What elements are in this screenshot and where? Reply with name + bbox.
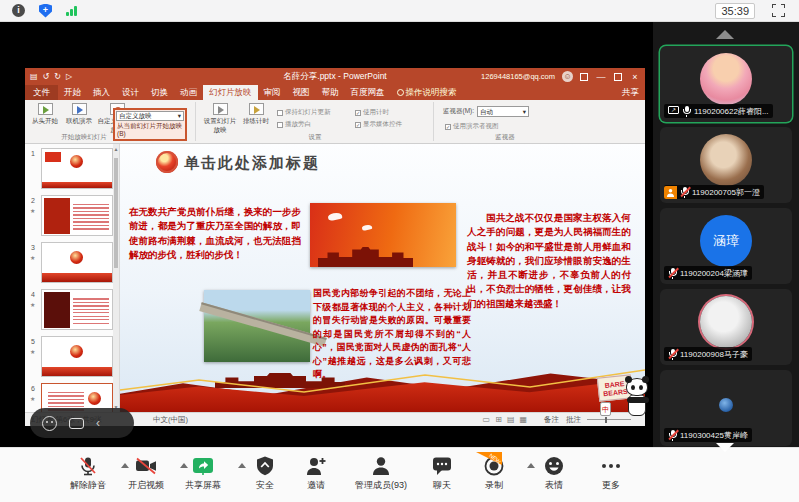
- ppt-ribbon: 从头开始 联机演示 自定义幻灯片放映 开始放映幻灯片 自定义放映▾ 从当前幻灯片…: [25, 100, 645, 144]
- slide-number: 1: [31, 150, 35, 157]
- reading-view-icon[interactable]: ▤: [507, 415, 515, 424]
- avatar: 涵璋: [700, 215, 752, 267]
- checkbox-presenter-view[interactable]: ✓: [445, 124, 451, 130]
- meeting-duration: 35:39: [715, 3, 755, 19]
- tab-animations[interactable]: 动画: [174, 85, 203, 100]
- group-monitor-label: 监视器: [465, 133, 545, 142]
- present-online-button[interactable]: 联机演示: [63, 103, 95, 126]
- notes-toggle[interactable]: 备注: [544, 415, 559, 425]
- emoji-reaction-icon[interactable]: [42, 416, 57, 431]
- dropdown-caret-icon: ▾: [178, 112, 181, 120]
- participant-tile[interactable]: 1190300425黄岸峰: [660, 370, 792, 446]
- tab-slideshow[interactable]: 幻灯片放映: [203, 85, 258, 100]
- custom-show-dropdown[interactable]: 自定义放映▾ 从当前幻灯片开始放映(B): [113, 108, 187, 141]
- tab-view[interactable]: 视图: [287, 85, 316, 100]
- mahjong-tile: 中: [600, 402, 611, 416]
- mic-muted-icon: [77, 455, 99, 477]
- slide-canvas[interactable]: 单击此处添加标题 在无数共产党员前仆后继，换来的一步步前进，都是为了重庆乃至全国…: [120, 144, 645, 412]
- more-button[interactable]: 更多: [575, 455, 647, 492]
- participant-tile[interactable]: 涵璋 1190200204梁涵璋: [660, 208, 792, 284]
- mic-muted-icon: [668, 430, 677, 441]
- slide-thumbnail-1[interactable]: [41, 148, 113, 189]
- slide-text-left[interactable]: 在无数共产党员前仆后继，换来的一步步前进，都是为了重庆乃至全国的解放，即使前路布…: [129, 205, 301, 262]
- slide-text-right[interactable]: 国共之战不仅仅是国家主权落入何人之手的问题，更是为人民祸福而生的战斗！如今的和平…: [467, 211, 631, 311]
- shield-icon[interactable]: +: [39, 4, 52, 18]
- quick-chat-icon[interactable]: [69, 418, 84, 429]
- share-button[interactable]: 共享: [622, 85, 639, 100]
- panda-body: [628, 394, 646, 416]
- language-status[interactable]: 中文(中国): [153, 415, 188, 425]
- hover-highlight-label: 从当前幻灯片开始放映(B): [116, 121, 184, 138]
- thumbnail-scrollbar[interactable]: ▲▼: [113, 144, 119, 412]
- minimize-button[interactable]: —: [595, 72, 607, 82]
- network-signal-icon[interactable]: [66, 5, 77, 16]
- party-emblem-icon: [156, 151, 178, 173]
- slide-number: 4: [31, 291, 35, 298]
- great-wall-image[interactable]: [204, 290, 310, 362]
- tab-help[interactable]: 帮助: [316, 85, 345, 100]
- checkbox-timings[interactable]: ✓: [355, 110, 361, 116]
- mic-muted-icon: [668, 268, 677, 279]
- setup-show-button[interactable]: 设置幻灯片放映: [201, 103, 239, 135]
- checkbox-keep-updated[interactable]: [277, 110, 283, 116]
- slide-number: 2: [31, 197, 35, 204]
- tab-design[interactable]: 设计: [116, 85, 145, 100]
- from-beginning-button[interactable]: 从头开始: [29, 103, 61, 126]
- comments-toggle[interactable]: 批注: [566, 415, 581, 425]
- slideshow-view-icon[interactable]: ▦: [519, 415, 527, 424]
- panda-head: [626, 378, 648, 396]
- animation-star: ★: [30, 301, 35, 308]
- participant-name: 1190300425黄岸峰: [680, 430, 748, 441]
- animation-star: ★: [30, 348, 35, 355]
- setup-icon: [213, 103, 228, 115]
- info-icon[interactable]: i: [12, 4, 25, 17]
- slide-thumbnail-5[interactable]: [41, 336, 113, 377]
- powerpoint-window: ▤↺↻▷ 名薛分享.pptx - PowerPoint 1269448165@q…: [25, 68, 645, 426]
- dropdown-caret-icon: ▾: [523, 107, 526, 116]
- participant-tile[interactable]: 1190200705郭一澄: [660, 127, 792, 203]
- rehearse-button[interactable]: 排练计时: [241, 103, 271, 126]
- tab-netdisk[interactable]: 百度网盘: [345, 85, 391, 100]
- scroll-up-icon[interactable]: ▲: [113, 144, 119, 154]
- fullscreen-icon[interactable]: [772, 4, 785, 17]
- monitor-select[interactable]: 监视器(M): 自动▾: [443, 106, 529, 117]
- participant-tile[interactable]: ↗ 1190200622薛睿阳...: [660, 46, 792, 122]
- tab-review[interactable]: 审阅: [258, 85, 287, 100]
- tiananmen-image[interactable]: [310, 203, 456, 267]
- tab-insert[interactable]: 插入: [87, 85, 116, 100]
- monitor-icon: [72, 103, 87, 115]
- checkbox-narration[interactable]: [277, 122, 283, 128]
- scroll-down-arrow[interactable]: [716, 443, 734, 452]
- account-email[interactable]: 1269448165@qq.com: [481, 72, 555, 81]
- avatar: [700, 53, 752, 105]
- slide-thumbnail-2[interactable]: [41, 195, 113, 236]
- mic-on-icon: [682, 106, 691, 117]
- avatar-initials: 涵璋: [713, 232, 739, 250]
- ribbon-display-icon[interactable]: [580, 73, 588, 81]
- close-button[interactable]: ×: [629, 72, 641, 82]
- reaction-pill[interactable]: ‹: [30, 408, 134, 438]
- scroll-up-arrow[interactable]: [716, 30, 734, 39]
- restore-button[interactable]: [614, 73, 622, 81]
- tab-file[interactable]: 文件: [25, 85, 58, 100]
- normal-view-icon[interactable]: ▭: [483, 415, 491, 424]
- slide-thumbnail-4[interactable]: [41, 289, 113, 330]
- participant-tile[interactable]: 1190200908马子豪: [660, 289, 792, 365]
- slide-title[interactable]: 单击此处添加标题: [184, 154, 320, 173]
- participant-name: 1190200908马子豪: [680, 349, 748, 360]
- animation-star: ★: [30, 395, 35, 402]
- slide-thumbnail-3[interactable]: [41, 242, 113, 283]
- invite-button[interactable]: 邀请: [280, 455, 352, 492]
- screen-share-icon: ↗: [668, 106, 679, 116]
- checkbox-media-controls[interactable]: ✓: [355, 122, 361, 128]
- sorter-view-icon[interactable]: ⊞: [495, 415, 502, 424]
- slide-thumbnail-panel[interactable]: 1 2★ 3★ 4★ 5★ 6★ ▲▼: [25, 144, 120, 412]
- tell-me-search[interactable]: 操作说明搜索: [391, 85, 463, 100]
- tab-home[interactable]: 开始: [58, 85, 87, 100]
- account-avatar[interactable]: ☺: [562, 71, 573, 82]
- tab-transitions[interactable]: 切换: [145, 85, 174, 100]
- participants-sidebar: ↗ 1190200622薛睿阳... 1190200705郭一澄 涵璋 1190…: [653, 22, 799, 447]
- camera-off-icon: [134, 455, 158, 477]
- play-icon: [38, 103, 53, 115]
- collapse-chevron-icon[interactable]: ‹: [96, 416, 100, 430]
